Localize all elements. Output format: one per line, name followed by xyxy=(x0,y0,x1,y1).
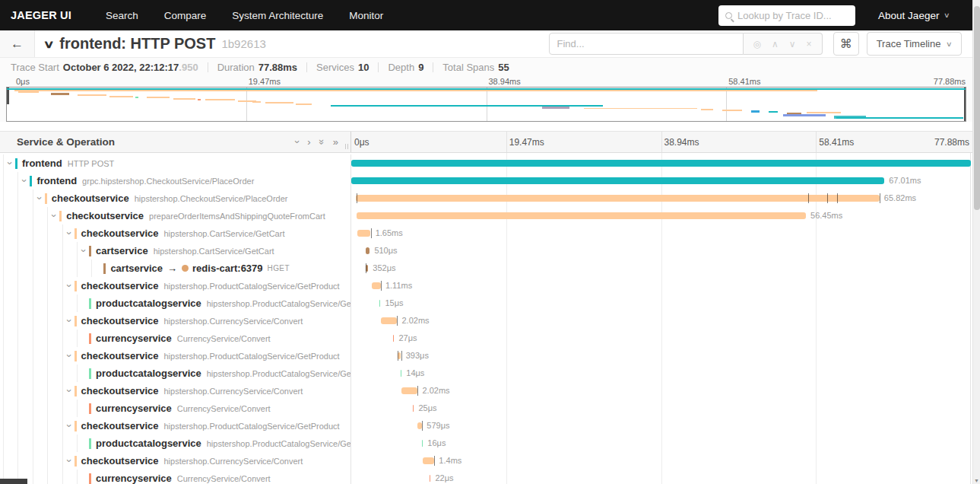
span-row[interactable]: ›checkoutservicehipstershop.CartService/… xyxy=(0,224,980,242)
span-timeline-cell[interactable]: 56.45ms xyxy=(351,207,971,224)
span-duration-bar[interactable] xyxy=(357,230,370,237)
span-timeline-cell[interactable]: 1.11ms xyxy=(351,277,971,295)
span-tree-cell[interactable]: ›checkoutserviceprepareOrderItemsAndShip… xyxy=(0,207,351,224)
find-clear-icon[interactable]: × xyxy=(807,39,812,49)
span-tree-cell[interactable]: productcatalogservicehipstershop.Product… xyxy=(0,435,351,452)
span-timeline-cell[interactable]: 15μs xyxy=(351,295,971,312)
span-timeline-cell[interactable]: 2.02ms xyxy=(351,312,971,330)
span-timeline-cell[interactable]: 25μs xyxy=(351,400,971,417)
span-timeline-cell[interactable]: 579μs xyxy=(351,417,971,435)
span-row[interactable]: ›checkoutservicehipstershop.ProductCatal… xyxy=(0,347,980,365)
span-tree-cell[interactable]: currencyserviceCurrencyService/Convert xyxy=(0,330,351,347)
find-focus-icon[interactable]: ◎ xyxy=(753,39,761,49)
span-duration-bar[interactable] xyxy=(366,247,369,254)
span-tree-cell[interactable]: currencyserviceCurrencyService/Convert xyxy=(0,470,351,484)
span-duration-bar[interactable] xyxy=(401,370,401,377)
span-timeline-cell[interactable]: 14μs xyxy=(351,365,971,382)
vertical-scrollbar[interactable]: ▼ xyxy=(972,0,980,484)
span-tree-cell[interactable]: ›checkoutservicehipstershop.ProductCatal… xyxy=(0,347,351,365)
span-duration-bar[interactable] xyxy=(351,177,884,184)
nav-item-compare[interactable]: Compare xyxy=(151,10,220,21)
span-collapse-chevron-icon[interactable]: › xyxy=(49,211,59,221)
keyboard-shortcuts-button[interactable]: ⌘ xyxy=(833,32,859,56)
trace-lookup-input[interactable] xyxy=(737,10,848,21)
vertical-scrollbar-thumb[interactable] xyxy=(974,6,980,210)
span-row[interactable]: ›checkoutserviceprepareOrderItemsAndShip… xyxy=(0,207,980,224)
span-timeline-cell[interactable]: 22μs xyxy=(351,470,971,484)
span-tree-cell[interactable]: productcatalogservicehipstershop.Product… xyxy=(0,365,351,382)
scroll-down-arrow-icon[interactable]: ▼ xyxy=(973,478,980,483)
expand-all-icon[interactable]: » xyxy=(333,137,338,147)
span-timeline-cell[interactable]: 510μs xyxy=(351,242,971,260)
span-timeline-cell[interactable]: 27μs xyxy=(351,330,971,347)
span-duration-bar[interactable] xyxy=(351,160,971,167)
span-row[interactable]: currencyserviceCurrencyService/Convert22… xyxy=(0,470,980,484)
span-duration-bar[interactable] xyxy=(356,195,880,202)
span-duration-bar[interactable] xyxy=(413,405,414,412)
span-duration-bar[interactable] xyxy=(372,282,381,289)
span-tree-cell[interactable]: ›checkoutservicehipstershop.CartService/… xyxy=(0,224,351,242)
span-collapse-chevron-icon[interactable]: › xyxy=(79,246,89,256)
nav-item-search[interactable]: Search xyxy=(93,10,151,21)
find-input[interactable] xyxy=(549,33,744,55)
span-collapse-chevron-icon[interactable]: › xyxy=(65,421,75,431)
trace-lookup-box[interactable] xyxy=(718,5,855,26)
span-timeline-cell[interactable]: 2.02ms xyxy=(351,382,971,400)
span-duration-bar[interactable] xyxy=(381,317,397,324)
trace-view-selector[interactable]: Trace Timeline ∨ xyxy=(867,32,962,56)
back-button[interactable]: ← xyxy=(0,30,35,57)
span-collapse-chevron-icon[interactable]: › xyxy=(5,158,15,168)
span-tree-cell[interactable]: ›frontendHTTP POST xyxy=(0,154,351,172)
expand-one-icon[interactable]: › xyxy=(307,137,310,147)
span-row[interactable]: ›frontendHTTP POST xyxy=(0,154,980,172)
span-row[interactable]: cartservice→redis-cart:6379HGET352μs xyxy=(0,260,980,277)
span-collapse-chevron-icon[interactable]: › xyxy=(65,316,75,326)
span-tree-cell[interactable]: ›checkoutservicehipstershop.ProductCatal… xyxy=(0,277,351,295)
span-timeline-cell[interactable]: 1.65ms xyxy=(351,224,971,242)
nav-item-monitor[interactable]: Monitor xyxy=(336,10,396,21)
span-duration-bar[interactable] xyxy=(393,335,394,342)
minimap-canvas[interactable] xyxy=(6,87,966,122)
trace-title-collapse-toggle[interactable]: ∨ xyxy=(43,38,54,50)
span-timeline-cell[interactable]: 1.4ms xyxy=(351,452,971,470)
span-row[interactable]: productcatalogservicehipstershop.Product… xyxy=(0,365,980,382)
span-row[interactable]: ›checkoutservicehipstershop.CurrencyServ… xyxy=(0,452,980,470)
minimap-right-drag-handle[interactable] xyxy=(964,88,966,121)
span-tree-cell[interactable]: productcatalogservicehipstershop.Product… xyxy=(0,295,351,312)
span-row[interactable]: ›frontendgrpc.hipstershop.CheckoutServic… xyxy=(0,172,980,189)
span-tree-cell[interactable]: ›checkoutservicehipstershop.CurrencyServ… xyxy=(0,312,351,330)
span-row[interactable]: ›checkoutservicehipstershop.ProductCatal… xyxy=(0,417,980,435)
collapse-all-icon[interactable]: » xyxy=(317,139,327,145)
span-collapse-chevron-icon[interactable]: › xyxy=(20,176,30,186)
span-collapse-chevron-icon[interactable]: › xyxy=(65,456,75,466)
nav-item-system-architecture[interactable]: System Architecture xyxy=(219,10,336,21)
span-row[interactable]: ›checkoutservicehipstershop.ProductCatal… xyxy=(0,277,980,295)
span-collapse-chevron-icon[interactable]: › xyxy=(65,281,75,291)
span-tree-cell[interactable]: ›frontendgrpc.hipstershop.CheckoutServic… xyxy=(0,172,351,189)
span-tree-cell[interactable]: ›cartservicehipstershop.CartService/GetC… xyxy=(0,242,351,260)
horizontal-scrollbar-thumb[interactable] xyxy=(0,479,27,484)
span-row[interactable]: currencyserviceCurrencyService/Convert27… xyxy=(0,330,980,347)
span-collapse-chevron-icon[interactable]: › xyxy=(65,228,75,238)
span-collapse-chevron-icon[interactable]: › xyxy=(65,386,75,396)
span-collapse-chevron-icon[interactable]: › xyxy=(35,193,45,203)
span-tree-cell[interactable]: ›checkoutservicehipstershop.ProductCatal… xyxy=(0,417,351,435)
span-duration-bar[interactable] xyxy=(357,212,806,219)
span-row[interactable]: ›checkoutservicehipstershop.CurrencyServ… xyxy=(0,312,980,330)
span-tree-cell[interactable]: ›checkoutservicehipstershop.CurrencyServ… xyxy=(0,452,351,470)
span-row[interactable]: ›checkoutservicehipstershop.CheckoutServ… xyxy=(0,189,980,207)
find-prev-icon[interactable]: ∧ xyxy=(772,39,779,49)
span-row[interactable]: currencyserviceCurrencyService/Convert25… xyxy=(0,400,980,417)
about-jaeger-menu[interactable]: About Jaeger ∨ xyxy=(878,10,950,21)
span-timeline-cell[interactable]: 67.01ms xyxy=(351,172,971,189)
span-timeline-cell[interactable]: 393μs xyxy=(351,347,971,365)
span-tree-cell[interactable]: cartservice→redis-cart:6379HGET xyxy=(0,260,351,277)
span-duration-bar[interactable] xyxy=(401,387,417,394)
span-duration-bar[interactable] xyxy=(430,475,430,482)
span-row[interactable]: productcatalogservicehipstershop.Product… xyxy=(0,295,980,312)
span-timeline-cell[interactable]: 352μs xyxy=(351,260,971,277)
span-timeline-cell[interactable] xyxy=(351,154,971,172)
column-resizer-handle[interactable] xyxy=(345,144,348,149)
span-timeline-cell[interactable]: 16μs xyxy=(351,435,971,452)
span-duration-bar[interactable] xyxy=(422,440,423,447)
